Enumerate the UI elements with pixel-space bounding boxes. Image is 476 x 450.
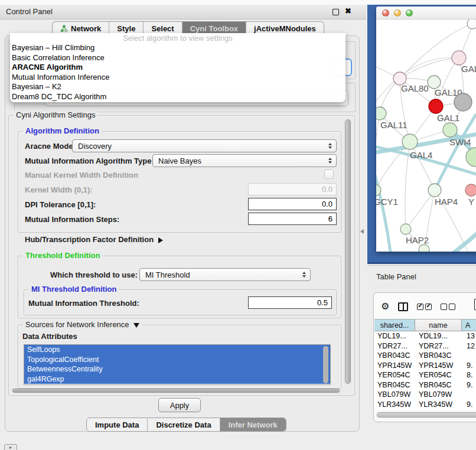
dpi-tolerance-label: DPI Tolerance [0,1]: <box>25 200 96 209</box>
algorithm-option[interactable]: Mutual Information Inference <box>10 73 345 83</box>
network-window-titlebar[interactable] <box>376 6 476 19</box>
network-node-gal1[interactable] <box>429 99 443 113</box>
table-horizontal-scrollbar[interactable] <box>376 412 476 418</box>
data-attribute-item[interactable]: gal4RGexp <box>24 374 330 384</box>
aracne-mode-select[interactable]: Discovery <box>72 139 337 152</box>
network-node-hap4[interactable] <box>428 184 441 197</box>
algorithm-option[interactable]: Bayesian – K2 <box>10 82 345 92</box>
mi-algorithm-type-label: Mutual Information Algorithm Type: <box>25 156 154 165</box>
close-window-icon[interactable] <box>382 9 389 17</box>
network-node-hap2[interactable] <box>400 224 411 234</box>
table-row[interactable]: YDL19...YDL19...13 <box>374 331 476 341</box>
threshold-definition-title: Threshold Definition <box>23 251 102 260</box>
table-row[interactable]: YER054CYER054C8. <box>374 370 476 380</box>
tab-impute-data[interactable]: Impute Data <box>87 418 148 431</box>
network-node[interactable] <box>466 148 476 167</box>
table-row[interactable]: YBL079WYBL079W <box>374 390 476 400</box>
table-cell: YPR145W <box>374 361 415 370</box>
network-node-gal11[interactable] <box>376 107 386 120</box>
settings-horizontal-scrollbar-thumb[interactable] <box>12 389 340 393</box>
table-cell: 9. <box>462 361 476 370</box>
mi-threshold-definition-title: MI Threshold Definition <box>29 285 119 294</box>
table-row[interactable]: YBR045CYBR045C9. <box>374 380 476 390</box>
collapsed-panel-handle[interactable]: ▸ <box>4 444 17 450</box>
algorithm-dropdown-list: Bayesian – Hill ClimbingBasic Correlatio… <box>10 43 345 102</box>
tab-select-label: Select <box>151 24 174 33</box>
table-horizontal-scrollbar-thumb[interactable] <box>377 412 476 418</box>
table-cell: YBR045C <box>415 381 462 389</box>
cytoscape-app: Control Panel ✖ Network Style Select Cyn… <box>0 0 476 450</box>
data-attribute-item[interactable]: BetweennessCentrality <box>24 364 330 374</box>
mi-algorithm-type-value: Naive Bayes <box>158 156 201 165</box>
spinner-arrows-icon <box>302 272 306 278</box>
column-view-icon[interactable] <box>398 302 408 311</box>
tab-network-label: Network <box>71 24 101 33</box>
apply-button[interactable]: Apply <box>158 398 201 412</box>
float-panel-icon[interactable] <box>332 9 339 15</box>
mi-threshold-input[interactable]: 0.5 <box>248 296 332 309</box>
mi-steps-label: Mutual Information Steps: <box>25 215 119 224</box>
which-threshold-value: MI Threshold <box>145 270 190 279</box>
tab-discretize-data[interactable]: Discretize Data <box>148 418 220 431</box>
hub-definition-toggle[interactable]: Hub/Transcription Factor Definition <box>25 235 163 244</box>
algorithm-definition-title: Algorithm Definition <box>23 126 102 135</box>
close-panel-icon[interactable]: ✖ <box>345 6 351 15</box>
tab-infer-network[interactable]: Infer Network <box>220 418 286 431</box>
network-node-gal10[interactable] <box>428 76 441 89</box>
sources-toggle[interactable]: Sources for Network Inference <box>23 320 142 329</box>
network-node-y[interactable] <box>465 184 476 196</box>
network-view-window[interactable]: GALGAL80GAL10GAL1GAL11SWI4GAL4GCY1HAP4YH… <box>376 6 476 252</box>
network-node[interactable] <box>454 93 472 111</box>
table-row[interactable]: YPR145WYPR145W9. <box>374 361 476 371</box>
aracne-mode-value: Discovery <box>78 142 112 151</box>
kernel-width-input[interactable]: 0.0 <box>248 183 337 195</box>
unselect-all-columns-icon[interactable] <box>441 304 455 310</box>
table-cell: YDR27... <box>374 342 415 350</box>
algorithm-option[interactable]: Dream8 DC_TDC Algorithm <box>10 92 345 102</box>
table-row[interactable]: YDR27...YDR27...12 <box>374 341 476 351</box>
table-cell: YBL079W <box>374 390 415 399</box>
mi-algorithm-type-select[interactable]: Naive Bayes <box>152 154 337 167</box>
network-canvas[interactable]: GALGAL80GAL10GAL1GAL11SWI4GAL4GCY1HAP4YH… <box>376 19 476 252</box>
algorithm-option[interactable]: Bayesian – Hill Climbing <box>10 43 345 53</box>
cyni-algorithm-settings-title: Cyni Algorithm Settings <box>14 110 97 119</box>
column-header-name[interactable]: name <box>415 319 462 331</box>
node-label: HAP2 <box>406 235 429 245</box>
table-row[interactable]: YLR345WYLR345W9. <box>374 400 476 410</box>
settings-vertical-scrollbar[interactable] <box>344 118 351 387</box>
tab-infer-network-label: Infer Network <box>229 420 278 429</box>
table-cell: YLR345W <box>415 400 462 409</box>
table-cell: 13 <box>462 332 476 340</box>
manual-kernel-width-checkbox[interactable] <box>324 169 334 179</box>
select-all-columns-icon[interactable] <box>417 304 432 310</box>
data-attribute-item[interactable]: SelfLoops <box>24 345 330 355</box>
gear-icon[interactable]: ⚙ <box>381 302 389 311</box>
minimize-window-icon[interactable] <box>394 9 401 17</box>
network-node-gal4[interactable] <box>402 134 418 149</box>
network-node[interactable] <box>467 19 476 29</box>
node-label: SWI4 <box>449 137 471 147</box>
dpi-tolerance-input[interactable]: 0.0 <box>248 198 337 210</box>
algorithm-option[interactable]: ARACNE Algorithm <box>10 63 345 73</box>
network-node-swi4[interactable] <box>443 123 457 137</box>
which-threshold-label: Which threshold to use: <box>50 270 138 279</box>
table-row[interactable]: YBR043CYBR043C <box>374 351 476 361</box>
tab-style-label: Style <box>117 24 135 33</box>
column-header-shared-name[interactable]: shared... <box>374 319 415 331</box>
settings-vertical-scrollbar-thumb[interactable] <box>345 119 351 384</box>
table-row[interactable]: YIL052CYIL052C9 <box>374 409 476 410</box>
network-node[interactable] <box>419 244 429 252</box>
zoom-window-icon[interactable] <box>406 9 413 17</box>
attributes-list-scrollbar-thumb[interactable] <box>323 346 328 383</box>
settings-horizontal-scrollbar[interactable] <box>12 388 341 393</box>
control-panel-title: Control Panel <box>6 7 53 16</box>
panel-divider-arrow-icon[interactable] <box>360 229 364 234</box>
mi-steps-input[interactable]: 6 <box>248 213 337 225</box>
network-node-gal[interactable] <box>452 51 466 65</box>
which-threshold-select[interactable]: MI Threshold <box>139 268 311 281</box>
table-cell: YBR043C <box>415 351 462 360</box>
data-attribute-item[interactable]: TopologicalCoefficient <box>24 355 330 365</box>
algorithm-option[interactable]: Basic Correlation Inference <box>10 53 345 63</box>
data-attributes-list[interactable]: SelfLoopsTopologicalCoefficientBetweenne… <box>24 344 331 385</box>
column-header-partial[interactable]: A <box>462 319 476 331</box>
